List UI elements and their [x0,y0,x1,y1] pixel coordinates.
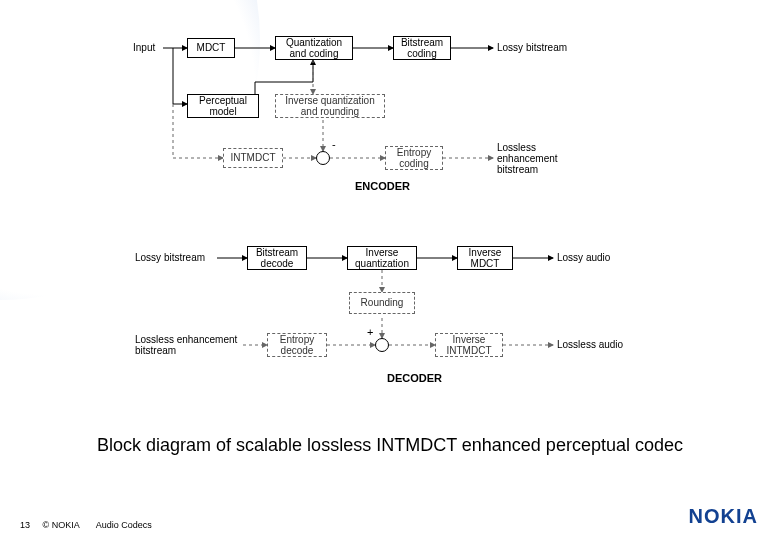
label-lossy-bitstream-in: Lossy bitstream [135,252,205,263]
nokia-logo: NOKIA [689,505,758,528]
box-intmdct: INTMDCT [223,148,283,168]
label-lossless-enhancement-in: Lossless enhancement bitstream [135,334,237,356]
page-number: 13 [20,520,40,530]
slide-caption: Block diagram of scalable lossless INTMD… [0,435,780,456]
label-plus: + [367,326,373,338]
label-lossy-audio: Lossy audio [557,252,610,263]
box-entropy-decode: Entropy decode [267,333,327,357]
box-quantization-coding: Quantization and coding [275,36,353,60]
box-entropy-coding: Entropy coding [385,146,443,170]
sum-node-decoder [375,338,389,352]
label-lossless-audio: Lossless audio [557,339,623,350]
slide-footer: 13 © NOKIA Audio Codecs [20,520,152,530]
block-diagram: Input MDCT Quantization and coding Bitst… [135,30,695,400]
box-inverse-quantization-rounding: Inverse quantization and rounding [275,94,385,118]
label-lossless-enhancement-out: Lossless enhancement bitstream [497,142,558,175]
label-minus: - [332,138,336,150]
footer-title: Audio Codecs [96,520,152,530]
copyright-text: © NOKIA [43,520,80,530]
sum-node-encoder [316,151,330,165]
label-input: Input [133,42,155,53]
box-inverse-quantization: Inverse quantization [347,246,417,270]
box-rounding: Rounding [349,292,415,314]
slide: Input MDCT Quantization and coding Bitst… [0,0,780,540]
box-perceptual-model: Perceptual model [187,94,259,118]
box-bitstream-decode: Bitstream decode [247,246,307,270]
box-inverse-intmdct: Inverse INTMDCT [435,333,503,357]
label-encoder: ENCODER [355,180,410,192]
label-lossy-bitstream-out: Lossy bitstream [497,42,567,53]
label-decoder: DECODER [387,372,442,384]
box-mdct: MDCT [187,38,235,58]
box-inverse-mdct: Inverse MDCT [457,246,513,270]
box-bitstream-coding: Bitstream coding [393,36,451,60]
